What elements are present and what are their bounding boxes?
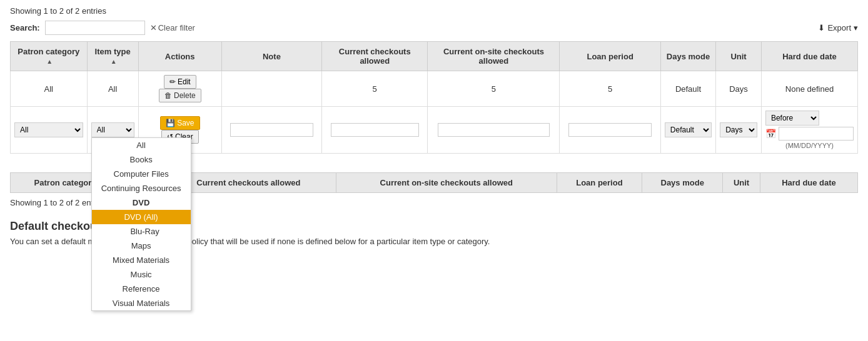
delete-button[interactable]: 🗑 Delete bbox=[159, 89, 201, 102]
footer-col-onsite: Current on-site checkouts allowed bbox=[336, 173, 557, 193]
col-unit: Unit bbox=[716, 42, 762, 71]
dropdown-item-bluray[interactable]: Blu-Ray bbox=[92, 224, 191, 239]
before-after-select[interactable]: Before After Exactly on bbox=[765, 111, 819, 126]
days-mode-select[interactable]: Default Days Date due bbox=[665, 122, 712, 137]
cell-item-type-1: All bbox=[87, 71, 138, 107]
item-type-select[interactable]: All bbox=[91, 122, 134, 137]
cell-onsite-1: 5 bbox=[428, 71, 560, 107]
cell-onsite-edit bbox=[428, 107, 560, 154]
cell-note-edit bbox=[221, 107, 321, 154]
cell-item-type-edit: All All Books Computer Files Continuing … bbox=[87, 107, 138, 154]
unit-select[interactable]: Days Hours bbox=[720, 122, 757, 137]
table-row-edit: All All All Books Computer Files Conti bbox=[11, 107, 858, 154]
edit-button[interactable]: ✏ Edit bbox=[164, 75, 196, 89]
cell-loan-1: 5 bbox=[560, 71, 660, 107]
clear-filter-link[interactable]: ✕ Clear filter bbox=[150, 23, 195, 32]
cell-days-mode-1: Default bbox=[660, 71, 715, 107]
dropdown-item-computer-files[interactable]: Computer Files bbox=[92, 167, 191, 181]
sort-icon-item[interactable]: ▲ bbox=[111, 58, 117, 65]
cell-patron-edit: All bbox=[11, 107, 88, 154]
col-note: Note bbox=[221, 42, 321, 71]
dropdown-item-dvd-group[interactable]: DVD bbox=[92, 195, 191, 210]
onsite-input[interactable] bbox=[438, 123, 549, 137]
footer-col-unit: Unit bbox=[723, 173, 760, 193]
dropdown-item-all[interactable]: All bbox=[92, 138, 191, 152]
showing-top: Showing 1 to 2 of 2 entries bbox=[10, 6, 858, 16]
dropdown-item-visual[interactable]: Visual Materials bbox=[92, 296, 191, 310]
cell-days-mode-edit: Default Days Date due bbox=[660, 107, 715, 154]
col-item-type: Item type ▲ bbox=[87, 42, 138, 71]
footer-col-hard-due: Hard due date bbox=[760, 173, 858, 193]
main-table: Patron category ▲ Item type ▲ Actions No… bbox=[10, 41, 858, 154]
patron-category-select[interactable]: All bbox=[14, 122, 83, 137]
item-type-dropdown-wrapper: All All Books Computer Files Continuing … bbox=[91, 122, 134, 137]
dropdown-item-maps[interactable]: Maps bbox=[92, 239, 191, 253]
cell-unit-edit: Days Hours bbox=[716, 107, 762, 154]
date-input-line: Before After Exactly on bbox=[765, 111, 854, 126]
cell-checkouts-1: 5 bbox=[322, 71, 428, 107]
dropdown-item-books[interactable]: Books bbox=[92, 152, 191, 167]
search-input[interactable] bbox=[45, 21, 145, 35]
search-bar: Search: ✕ Clear filter ⬇ Export ▾ bbox=[10, 21, 858, 35]
dropdown-item-mixed[interactable]: Mixed Materials bbox=[92, 253, 191, 267]
loan-input[interactable] bbox=[568, 123, 652, 137]
export-button[interactable]: ⬇ Export ▾ bbox=[818, 23, 858, 32]
col-current-checkouts: Current checkouts allowed bbox=[322, 42, 428, 71]
table-header-row: Patron category ▲ Item type ▲ Actions No… bbox=[11, 42, 858, 71]
col-hard-due-date: Hard due date bbox=[761, 42, 857, 71]
x-icon: ✕ bbox=[150, 23, 157, 32]
cell-actions-1: ✏ Edit 🗑 Delete bbox=[138, 71, 221, 107]
col-actions: Actions bbox=[138, 42, 221, 71]
export-icon: ⬇ bbox=[818, 23, 825, 32]
cell-loan-edit bbox=[560, 107, 660, 154]
export-label: Export bbox=[827, 23, 851, 32]
sort-icon-patron[interactable]: ▲ bbox=[46, 58, 53, 65]
search-label: Search: bbox=[10, 23, 40, 32]
col-onsite-checkouts: Current on-site checkouts allowed bbox=[428, 42, 560, 71]
date-format-label: (MM/DD/YYYY) bbox=[765, 142, 854, 149]
dropdown-item-reference[interactable]: Reference bbox=[92, 282, 191, 296]
clear-filter-label: Clear filter bbox=[158, 23, 195, 32]
cell-hard-due-edit: Before After Exactly on 📅 (MM/DD/YYYY) bbox=[761, 107, 857, 154]
cell-patron-category-1: All bbox=[11, 71, 88, 107]
footer-col-loan: Loan period bbox=[557, 173, 642, 193]
cell-note-1 bbox=[221, 71, 321, 107]
col-loan-period: Loan period bbox=[560, 42, 660, 71]
col-days-mode: Days mode bbox=[660, 42, 715, 71]
cell-hard-due-1: None defined bbox=[761, 71, 857, 107]
col-patron-category: Patron category ▲ bbox=[11, 42, 88, 71]
note-input[interactable] bbox=[230, 123, 313, 137]
cell-checkouts-edit bbox=[322, 107, 428, 154]
footer-col-days-mode: Days mode bbox=[642, 173, 723, 193]
date-input[interactable] bbox=[779, 127, 854, 141]
dropdown-item-continuing[interactable]: Continuing Resources bbox=[92, 181, 191, 195]
dropdown-item-dvd-all[interactable]: DVD (All) bbox=[92, 210, 191, 224]
cell-unit-1: Days bbox=[716, 71, 762, 107]
calendar-icon[interactable]: 📅 bbox=[765, 129, 776, 139]
save-button[interactable]: 💾 Save bbox=[160, 116, 200, 130]
checkouts-input[interactable] bbox=[331, 123, 419, 137]
item-type-dropdown-menu: All Books Computer Files Continuing Reso… bbox=[91, 137, 191, 311]
table-row: All All ✏ Edit 🗑 Delete 5 5 5 Default Da… bbox=[11, 71, 858, 107]
export-chevron-icon: ▾ bbox=[854, 23, 858, 32]
dropdown-item-music[interactable]: Music bbox=[92, 267, 191, 282]
